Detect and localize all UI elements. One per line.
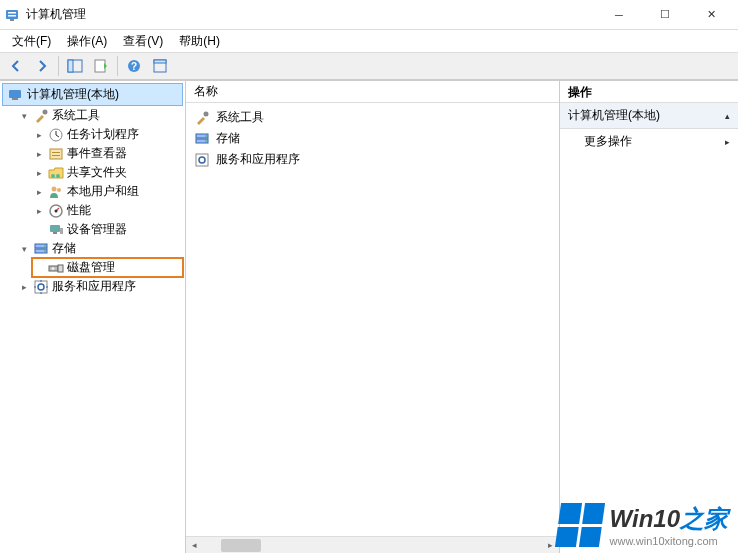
window-title: 计算机管理	[26, 6, 596, 23]
content-area: 计算机管理(本地) ▾ 系统工具 ▸ 任务计划程序 ▸	[0, 80, 738, 553]
chevron-right-icon[interactable]: ▸	[34, 167, 45, 178]
toolbar: ?	[0, 52, 738, 80]
shared-folder-icon	[48, 165, 64, 181]
window-controls: ─ ☐ ✕	[596, 0, 734, 30]
svg-rect-12	[12, 98, 18, 100]
svg-point-36	[204, 111, 209, 116]
horizontal-scrollbar[interactable]: ◂ ▸	[186, 536, 559, 553]
svg-rect-16	[52, 152, 60, 153]
toolbar-separator	[58, 56, 59, 76]
tree-root[interactable]: 计算机管理(本地)	[2, 83, 183, 106]
tree-root-label: 计算机管理(本地)	[27, 86, 119, 103]
chevron-right-icon[interactable]: ▸	[34, 129, 45, 140]
tree-device-manager[interactable]: ▸ 设备管理器	[32, 220, 183, 239]
actions-more[interactable]: 更多操作 ▸	[560, 129, 738, 154]
svg-rect-33	[58, 265, 63, 272]
tree-pane[interactable]: 计算机管理(本地) ▾ 系统工具 ▸ 任务计划程序 ▸	[0, 81, 186, 553]
chevron-up-icon: ▴	[725, 111, 730, 121]
chevron-right-icon[interactable]: ▸	[34, 186, 45, 197]
list-item-label: 系统工具	[216, 109, 264, 126]
column-header-name[interactable]: 名称	[186, 81, 559, 103]
refresh-button[interactable]	[148, 55, 172, 77]
tree-system-tools[interactable]: ▾ 系统工具	[17, 106, 183, 125]
maximize-button[interactable]: ☐	[642, 0, 688, 30]
show-hide-tree-button[interactable]	[63, 55, 87, 77]
svg-point-21	[57, 188, 61, 192]
list-item[interactable]: 存储	[190, 128, 555, 149]
svg-rect-0	[6, 10, 18, 19]
svg-point-20	[52, 186, 57, 191]
menu-help[interactable]: 帮助(H)	[171, 31, 228, 52]
svg-rect-3	[10, 19, 14, 21]
properties-button[interactable]	[89, 55, 113, 77]
svg-rect-24	[50, 225, 60, 232]
menu-view[interactable]: 查看(V)	[115, 31, 171, 52]
menu-file[interactable]: 文件(F)	[4, 31, 59, 52]
svg-rect-34	[35, 281, 47, 293]
tree-storage[interactable]: ▾ 存储	[17, 239, 183, 258]
svg-point-19	[56, 174, 60, 178]
tree-item-label: 系统工具	[52, 107, 100, 124]
close-button[interactable]: ✕	[688, 0, 734, 30]
svg-rect-11	[9, 90, 21, 98]
tree-performance[interactable]: ▸ 性能	[32, 201, 183, 220]
chevron-right-icon: ▸	[725, 137, 730, 147]
list-item[interactable]: 服务和应用程序	[190, 149, 555, 170]
tools-icon	[194, 110, 210, 126]
help-button[interactable]: ?	[122, 55, 146, 77]
svg-point-39	[205, 135, 207, 137]
svg-text:?: ?	[131, 61, 137, 72]
chevron-right-icon[interactable]: ▸	[34, 205, 45, 216]
tree-services-apps[interactable]: ▸ 服务和应用程序	[17, 277, 183, 296]
tree-item-label: 存储	[52, 240, 76, 257]
scroll-right-icon[interactable]: ▸	[542, 537, 559, 554]
toolbar-separator	[117, 56, 118, 76]
scroll-left-icon[interactable]: ◂	[186, 537, 203, 554]
tree-item-label: 服务和应用程序	[52, 278, 136, 295]
svg-rect-5	[68, 60, 73, 72]
svg-point-23	[55, 209, 58, 212]
tree-disk-management[interactable]: ▸ 磁盘管理	[32, 258, 183, 277]
tools-icon	[33, 108, 49, 124]
svg-rect-6	[95, 60, 105, 72]
clock-icon	[48, 127, 64, 143]
svg-rect-25	[53, 232, 57, 234]
chevron-down-icon[interactable]: ▾	[19, 110, 30, 121]
tree-local-users[interactable]: ▸ 本地用户和组	[32, 182, 183, 201]
chevron-right-icon[interactable]: ▸	[34, 148, 45, 159]
svg-rect-10	[154, 60, 166, 63]
list-item-label: 服务和应用程序	[216, 151, 300, 168]
tree-item-label: 共享文件夹	[67, 164, 127, 181]
computer-icon	[7, 87, 23, 103]
chevron-right-icon[interactable]: ▸	[19, 281, 30, 292]
device-icon	[48, 222, 64, 238]
svg-rect-26	[60, 228, 63, 234]
tree-event-viewer[interactable]: ▸ 事件查看器	[32, 144, 183, 163]
svg-point-13	[43, 109, 48, 114]
svg-rect-2	[8, 15, 16, 17]
list-item[interactable]: 系统工具	[190, 107, 555, 128]
chevron-down-icon[interactable]: ▾	[19, 243, 30, 254]
scroll-thumb[interactable]	[221, 539, 261, 552]
actions-context-label: 计算机管理(本地)	[568, 107, 660, 124]
tree-item-label: 本地用户和组	[67, 183, 139, 200]
back-button[interactable]	[4, 55, 28, 77]
list-body[interactable]: 系统工具 存储 服务和应用程序	[186, 103, 559, 536]
tree-shared-folders[interactable]: ▸ 共享文件夹	[32, 163, 183, 182]
disk-icon	[48, 260, 64, 276]
storage-icon	[33, 241, 49, 257]
actions-context[interactable]: 计算机管理(本地) ▴	[560, 103, 738, 129]
svg-point-18	[51, 174, 55, 178]
svg-point-40	[205, 140, 207, 142]
storage-icon	[194, 131, 210, 147]
minimize-button[interactable]: ─	[596, 0, 642, 30]
actions-more-label: 更多操作	[584, 133, 632, 150]
svg-rect-15	[50, 149, 62, 159]
forward-button[interactable]	[30, 55, 54, 77]
tree-item-label: 性能	[67, 202, 91, 219]
tree-item-label: 磁盘管理	[67, 259, 115, 276]
menu-action[interactable]: 操作(A)	[59, 31, 115, 52]
title-bar: 计算机管理 ─ ☐ ✕	[0, 0, 738, 30]
tree-task-scheduler[interactable]: ▸ 任务计划程序	[32, 125, 183, 144]
performance-icon	[48, 203, 64, 219]
